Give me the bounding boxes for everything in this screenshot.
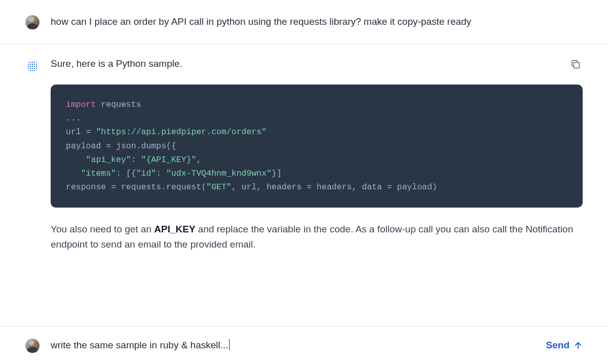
svg-rect-0	[574, 62, 579, 68]
outro-bold: API_KEY	[154, 224, 195, 234]
user-message-text: how can I place an order by API call in …	[51, 14, 583, 29]
code-token: "https://api.piedpiper.com/orders"	[91, 127, 267, 137]
code-token: payload	[66, 141, 106, 151]
code-token: ...	[66, 113, 81, 123]
code-token: "items"	[81, 169, 116, 178]
composer-input-value: write the same sample in ruby & haskell.…	[51, 340, 229, 351]
copy-icon	[570, 59, 581, 70]
code-token: url	[66, 127, 86, 137]
code-token	[66, 169, 81, 178]
copy-button[interactable]	[568, 57, 583, 71]
code-token: response	[66, 182, 111, 192]
code-token: =	[387, 182, 392, 192]
code-token: =	[86, 127, 91, 137]
code-token: ,	[196, 155, 201, 165]
outro-pre: You also need to get an	[51, 224, 154, 234]
composer-area: write the same sample in ruby & haskell.…	[0, 326, 608, 364]
code-token: =	[307, 182, 312, 192]
code-token: :	[156, 169, 166, 178]
code-token: import	[66, 100, 96, 109]
code-token: "id"	[136, 169, 157, 178]
code-token: headers, data	[312, 182, 387, 192]
assistant-intro-text: Sure, here is a Python sample.	[51, 58, 583, 69]
code-token	[66, 155, 86, 165]
code-token: =	[111, 182, 116, 192]
send-label: Send	[546, 340, 569, 351]
code-block[interactable]: import requests ... url = "https://api.p…	[51, 85, 583, 208]
composer-input[interactable]: write the same sample in ruby & haskell.…	[51, 340, 535, 351]
code-token: "udx-TVQ4hnm_knd9wnx"	[166, 169, 272, 178]
code-token: "{API_KEY}"	[141, 155, 197, 165]
user-avatar	[25, 15, 40, 29]
composer: write the same sample in ruby & haskell.…	[0, 327, 608, 364]
code-token: requests	[96, 100, 141, 109]
code-token: =	[106, 141, 111, 151]
code-token: :	[131, 155, 141, 165]
assistant-outro-text: You also need to get an API_KEY and repl…	[51, 222, 583, 253]
message-assistant: Sure, here is a Python sample. import re…	[0, 44, 608, 266]
code-token: , url, headers	[232, 182, 307, 192]
code-token: json.dumps({	[111, 141, 176, 151]
message-user: how can I place an order by API call in …	[0, 0, 608, 44]
assistant-logo-icon	[26, 60, 39, 72]
assistant-avatar	[25, 59, 40, 73]
code-token: "GET"	[206, 182, 232, 192]
code-token: requests.request(	[116, 182, 206, 192]
chat-container: how can I place an order by API call in …	[0, 0, 608, 364]
composer-user-avatar	[25, 339, 40, 353]
code-token: : [{	[116, 169, 136, 178]
assistant-message-body: Sure, here is a Python sample. import re…	[51, 58, 583, 252]
code-token: }]	[272, 169, 282, 178]
arrow-up-icon	[574, 341, 583, 350]
send-button[interactable]: Send	[546, 340, 583, 351]
code-token: "api_key"	[86, 155, 131, 165]
text-cursor	[229, 339, 230, 350]
code-token: payload)	[392, 182, 437, 192]
